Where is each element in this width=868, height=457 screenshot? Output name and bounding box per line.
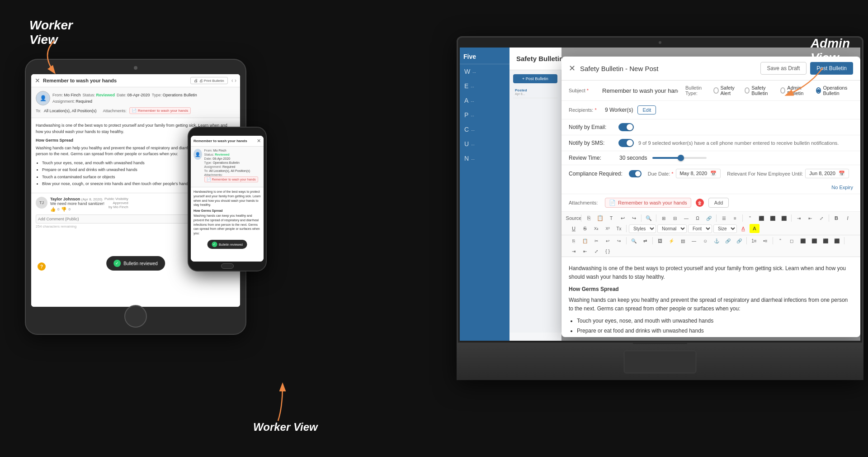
toolbar-row2-link2-button[interactable]: 🔗 (723, 236, 733, 245)
toolbar-source-button[interactable]: Source (569, 214, 579, 223)
toolbar-row2-image-button[interactable]: 🖼 (655, 236, 665, 245)
toolbar-row2-quote-button[interactable]: " (775, 236, 785, 245)
bulletin-list-sidebar-item[interactable]: Posted Apr 8... (513, 86, 557, 98)
subject-input[interactable] (602, 87, 678, 94)
toolbar-list-ordered-button[interactable]: ≡ (730, 214, 740, 223)
sidebar-item-p[interactable]: P... (460, 108, 509, 122)
toolbar-row2-btn3[interactable]: ✂ (591, 236, 601, 245)
toolbar-table-button[interactable]: ⊞ (659, 214, 669, 223)
sidebar-item-u[interactable]: U... (460, 137, 509, 151)
sidebar-item-n[interactable]: N... (460, 151, 509, 166)
toolbar-zoom-button[interactable]: 🔍 (644, 214, 654, 223)
toolbar-align-center-button[interactable]: ⬛ (768, 214, 778, 223)
help-button[interactable]: ? (38, 262, 46, 271)
toolbar-row2-unlink-button[interactable]: 🔗 (734, 236, 744, 245)
toolbar-row2-search-button[interactable]: 🔍 (629, 236, 639, 245)
toolbar-row2-iframe-button[interactable]: ▤ (678, 236, 688, 245)
toolbar-row2-outdent2[interactable]: ⇤ (580, 247, 590, 256)
toolbar-font-color-button[interactable]: A (738, 224, 748, 233)
toolbar-bold-button[interactable]: B (831, 214, 841, 223)
toolbar-row2-replace-button[interactable]: ⇄ (640, 236, 650, 245)
review-time-slider[interactable] (652, 157, 707, 159)
toolbar-strikethrough-button[interactable]: S (580, 224, 590, 233)
toolbar-indent-button[interactable]: ⇥ (794, 214, 804, 223)
radio-safety-bulletin[interactable]: Safety Bulletin (745, 85, 774, 96)
radio-safety-alert[interactable]: Safety Alert (713, 85, 738, 96)
toolbar-row2-source2[interactable]: { } (603, 247, 613, 256)
sidebar-item-c[interactable]: C... (460, 122, 509, 137)
relevant-date-value[interactable]: Jun 8, 2020 📅 (805, 169, 849, 178)
toolbar-italic-button[interactable]: I (843, 214, 853, 223)
radio-operations-bulletin[interactable]: Operations Bulletin (816, 85, 853, 96)
toolbar-styles-select[interactable]: Styles (629, 224, 656, 233)
due-date-value[interactable]: May 8, 2020 📅 (676, 169, 721, 178)
toolbar-copy-button[interactable]: ⎘ (584, 214, 594, 223)
tablet-home-button[interactable] (124, 305, 147, 328)
toolbar-row2-justify[interactable]: ⬛ (832, 236, 842, 245)
toolbar-undo-button[interactable]: ↩ (618, 214, 627, 223)
toolbar-subscript-button[interactable]: X₂ (591, 224, 601, 233)
toolbar-row2-div-button[interactable]: ◻ (787, 236, 797, 245)
compliance-toggle[interactable] (629, 170, 642, 177)
bulletin-nav[interactable]: ‹ › (231, 77, 236, 84)
phone-home-button[interactable] (221, 263, 234, 269)
dislike-button[interactable]: 👎 (61, 207, 66, 212)
toolbar-blockquote-button[interactable]: " (745, 214, 755, 223)
toolbar-paste-text-button[interactable]: T (606, 214, 616, 223)
editor-content-area[interactable]: Handwashing is one of the best ways to p… (561, 257, 860, 337)
no-expiry-link[interactable]: No Expiry (569, 185, 853, 190)
delete-attachment-button[interactable]: 🗑 (696, 199, 704, 207)
toolbar-align-right-button[interactable]: ⬛ (779, 214, 789, 223)
toolbar-row2-align-right2[interactable]: ⬛ (821, 236, 830, 245)
phone-close-button[interactable]: ✕ (257, 138, 261, 144)
toolbar-row2-align-left2[interactable]: ⬛ (798, 236, 808, 245)
modal-title: Safety Bulletin - New Post (580, 65, 658, 72)
sidebar-item-e[interactable]: E... (460, 79, 509, 93)
toolbar-link-button[interactable]: 🔗 (704, 214, 714, 223)
toolbar-hr-button[interactable]: — (681, 214, 691, 223)
toolbar-row2-indent2[interactable]: ⇥ (569, 247, 579, 256)
toolbar-font-select[interactable]: Font (688, 224, 712, 233)
tablet-bulletin-titlebar: ✕ Remember to wash your hands 🖨 🖨 Print … (31, 74, 240, 87)
toolbar-special-char-button[interactable]: Ω (693, 214, 703, 223)
tablet-print-button[interactable]: 🖨 🖨 Print Bulletin (190, 77, 228, 84)
like-button[interactable]: 👍 (50, 207, 56, 212)
laptop-trackpad[interactable] (624, 351, 696, 373)
post-bulletin-button[interactable]: + Post Bulletin (513, 74, 557, 83)
modal-close-button[interactable]: ✕ (569, 63, 576, 73)
toolbar-maximize-button[interactable]: ⤢ (816, 214, 826, 223)
toolbar-bg-color-button[interactable]: A (750, 224, 760, 233)
toolbar-list-unordered-button[interactable]: ☰ (719, 214, 729, 223)
notify-sms-toggle[interactable] (618, 139, 634, 147)
toolbar-row2-maximize2[interactable]: ⤢ (591, 247, 601, 256)
toolbar-format-select[interactable]: Normal (657, 224, 687, 233)
notify-email-toggle[interactable] (618, 123, 634, 131)
edit-recipients-button[interactable]: Edit (637, 105, 656, 114)
toolbar-table-options-button[interactable]: ⊟ (670, 214, 680, 223)
toolbar-outdent-button[interactable]: ⇤ (805, 214, 815, 223)
toolbar-remove-format-button[interactable]: Tx (614, 224, 624, 233)
add-attachment-button[interactable]: Add (708, 198, 729, 208)
toolbar-size-select[interactable]: Size (713, 224, 737, 233)
tablet-close-button[interactable]: ✕ (35, 77, 40, 84)
toolbar-row2-num-list-button[interactable]: 1≡ (749, 236, 759, 245)
toolbar-paste-button[interactable]: 📋 (595, 214, 605, 223)
toolbar-row2-flash-button[interactable]: ⚡ (666, 236, 676, 245)
toolbar-redo-button[interactable]: ↪ (629, 214, 639, 223)
toolbar-superscript-button[interactable]: X² (603, 224, 613, 233)
toolbar-row2-btn4[interactable]: ↩ (603, 236, 613, 245)
sidebar-item-w[interactable]: W... (460, 64, 509, 79)
toolbar-row2-btn2[interactable]: 📋 (580, 236, 590, 245)
toolbar-underline-button[interactable]: U (569, 224, 579, 233)
toolbar-align-left-button[interactable]: ⬛ (756, 214, 766, 223)
radio-admin-bulletin[interactable]: Admin Bulletin (780, 85, 810, 96)
toolbar-row2-anchor-button[interactable]: ⚓ (712, 236, 722, 245)
toolbar-row2-smiley-button[interactable]: ☺ (700, 236, 710, 245)
toolbar-row2-align-center2[interactable]: ⬛ (809, 236, 819, 245)
save-draft-button[interactable]: Save as Draft (760, 62, 807, 75)
toolbar-row2-btn1[interactable]: ⎘ (569, 236, 579, 245)
toolbar-row2-btn5[interactable]: ↪ (614, 236, 624, 245)
toolbar-row2-hline-button[interactable]: — (689, 236, 699, 245)
sidebar-item-a[interactable]: A... (460, 93, 509, 108)
toolbar-row2-bullet-list-button[interactable]: •≡ (760, 236, 770, 245)
